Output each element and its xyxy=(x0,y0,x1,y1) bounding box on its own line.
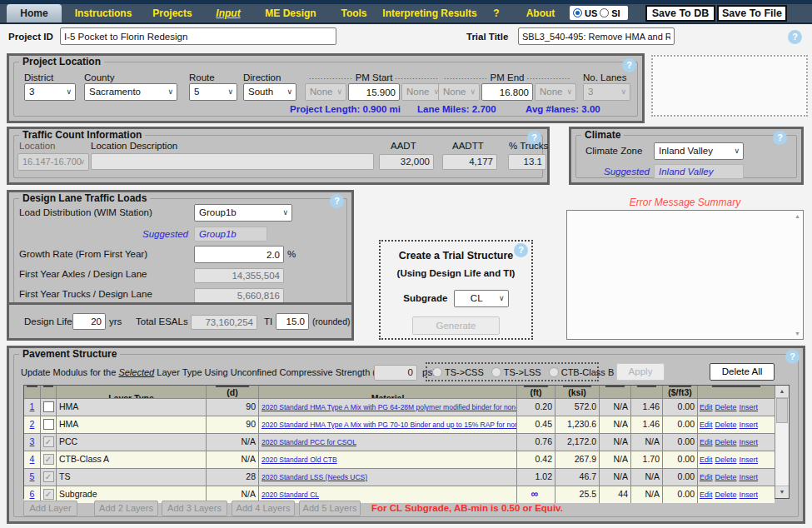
tab-me-design[interactable]: ME Design xyxy=(255,4,326,22)
material-link[interactable]: 2020 Standard HMA Type A Mix with PG 64-… xyxy=(259,399,517,416)
insert-link[interactable]: Insert xyxy=(740,421,759,429)
subgrade-select[interactable]: CL∨ xyxy=(454,290,509,307)
scroll-thumb[interactable] xyxy=(776,398,788,423)
total-esals-field: 73,160,254 xyxy=(191,315,257,330)
table-scrollbar[interactable]: ▲ ▼ xyxy=(775,386,789,498)
row-number-link[interactable]: 1 xyxy=(24,399,41,416)
pm-start-label: PM Start xyxy=(305,72,443,82)
location-description-input[interactable] xyxy=(91,153,374,170)
layer-type-cell: HMA xyxy=(57,416,207,433)
row-number-link[interactable]: 5 xyxy=(24,469,41,486)
pm-start-input[interactable] xyxy=(348,83,400,101)
layer-modulus-cell: 572.0 xyxy=(555,399,600,416)
layer-checkbox[interactable]: ✓ xyxy=(41,469,57,486)
layer-checkbox[interactable] xyxy=(41,416,57,433)
tab-instructions[interactable]: Instructions xyxy=(65,4,142,22)
tab-tools[interactable]: Tools xyxy=(328,4,380,22)
si-radio[interactable] xyxy=(600,8,609,17)
radio-ts-css[interactable]: TS->CSS xyxy=(432,367,484,377)
delete-link[interactable]: Delete xyxy=(715,438,737,446)
add-2-layers-button[interactable]: Add 2 Layers xyxy=(94,501,158,516)
radio-ts-lss[interactable]: TS->LSS xyxy=(491,367,541,377)
save-to-db-button[interactable]: Save To DB xyxy=(645,5,715,22)
chevron-down-icon: ∨ xyxy=(734,143,740,159)
material-link[interactable]: 2020 Standard CL xyxy=(259,486,517,503)
aadtt-label: AADTT xyxy=(452,141,484,151)
layer-cost-cell: 0.00 xyxy=(663,451,698,468)
trial-title-field[interactable] xyxy=(518,27,675,45)
subgrade-row: Subgrade CL∨ xyxy=(381,290,531,307)
row-number-link[interactable]: 4 xyxy=(24,451,41,468)
climate-zone-select[interactable]: Inland Valley∨ xyxy=(654,142,744,160)
scroll-up-icon[interactable]: ▲ xyxy=(775,386,789,398)
layer-gf-cell: N/A xyxy=(631,486,663,503)
traffic-loads-legend: Design Lane Traffic Loads xyxy=(19,192,150,204)
layer-checkbox[interactable]: ✓ xyxy=(41,434,57,451)
scroll-down-icon[interactable]: ▼ xyxy=(775,486,789,498)
help-icon[interactable]: ? xyxy=(785,350,800,364)
apply-button[interactable]: Apply xyxy=(616,363,665,381)
project-id-field[interactable] xyxy=(60,27,336,45)
direction-select[interactable]: South∨ xyxy=(243,83,296,101)
help-icon[interactable]: ? xyxy=(514,243,528,257)
scroll-down-icon[interactable]: ▼ xyxy=(795,331,800,336)
delete-link[interactable]: Delete xyxy=(715,491,737,499)
tab-projects[interactable]: Projects xyxy=(143,4,202,22)
add-layer-button[interactable]: Add Layer xyxy=(23,501,77,516)
pm-end-input[interactable] xyxy=(481,83,533,101)
tab-input[interactable]: Input xyxy=(203,4,253,22)
generate-button[interactable]: Generate xyxy=(412,316,500,335)
layer-checkbox[interactable] xyxy=(41,399,57,416)
first-year-trucks-field: 5,660,816 xyxy=(194,288,284,303)
add-5-layers-button[interactable]: Add 5 Layers xyxy=(299,501,361,516)
layer-actions-cell: EditDeleteInsert xyxy=(698,451,775,468)
checkbox-icon xyxy=(43,419,54,430)
county-label: County xyxy=(84,72,114,82)
ti-input[interactable] xyxy=(276,313,309,330)
tab-home[interactable]: Home xyxy=(7,4,62,22)
growth-rate-input[interactable] xyxy=(194,246,284,263)
delete-link[interactable]: Delete xyxy=(715,473,737,481)
tab-interpreting-results[interactable]: Interpreting Results xyxy=(381,4,478,22)
delete-link[interactable]: Delete xyxy=(715,421,737,429)
row-number-link[interactable]: 3 xyxy=(24,434,41,451)
insert-link[interactable]: Insert xyxy=(740,438,759,446)
add-4-layers-button[interactable]: Add 4 Layers xyxy=(232,501,295,516)
row-number-link[interactable]: 2 xyxy=(24,416,41,433)
material-link[interactable]: 2020 Standard Old CTB xyxy=(259,451,517,468)
help-icon[interactable]: ? xyxy=(622,58,636,72)
route-select[interactable]: 5∨ xyxy=(189,83,237,101)
help-icon[interactable]: ? xyxy=(330,194,344,208)
edit-link[interactable]: Edit xyxy=(700,403,713,411)
tab-about[interactable]: About xyxy=(515,4,566,22)
help-icon[interactable]: ? xyxy=(788,30,802,44)
delete-all-button[interactable]: Delete All xyxy=(710,363,775,381)
insert-link[interactable]: Insert xyxy=(740,403,759,411)
edit-link[interactable]: Edit xyxy=(700,473,713,481)
us-radio[interactable] xyxy=(573,8,582,17)
material-link[interactable]: 2020 Standard HMA Type A Mix with PG 70-… xyxy=(259,416,517,433)
county-select[interactable]: Sacramento∨ xyxy=(84,83,177,101)
ucs-input[interactable]: 0 xyxy=(374,365,417,381)
wim-station-select[interactable]: Group1b∨ xyxy=(194,204,292,222)
edit-link[interactable]: Edit xyxy=(700,438,713,446)
tab-help[interactable]: ? xyxy=(480,4,513,22)
edit-link[interactable]: Edit xyxy=(700,491,713,499)
insert-link[interactable]: Insert xyxy=(740,473,759,481)
insert-link[interactable]: Insert xyxy=(740,456,759,464)
edit-link[interactable]: Edit xyxy=(700,456,713,464)
add-3-layers-button[interactable]: Add 3 Layers xyxy=(162,501,227,516)
scroll-up-icon[interactable]: ▲ xyxy=(795,213,800,219)
insert-link[interactable]: Insert xyxy=(740,491,759,499)
delete-link[interactable]: Delete xyxy=(715,456,737,464)
district-select[interactable]: 3∨ xyxy=(24,83,76,101)
delete-link[interactable]: Delete xyxy=(715,403,737,411)
material-link[interactable]: 2020 Standard PCC for CSOL xyxy=(259,434,517,451)
help-icon[interactable]: ? xyxy=(773,131,787,145)
edit-link[interactable]: Edit xyxy=(700,421,713,429)
material-link[interactable]: 2020 Standard LSS (Needs UCS) xyxy=(259,469,517,486)
save-to-file-button[interactable]: Save To File xyxy=(717,5,787,22)
layer-checkbox[interactable]: ✓ xyxy=(41,451,57,468)
design-life-input[interactable] xyxy=(72,313,106,330)
radio-ctb-class-b[interactable]: CTB-Class B xyxy=(549,367,615,377)
